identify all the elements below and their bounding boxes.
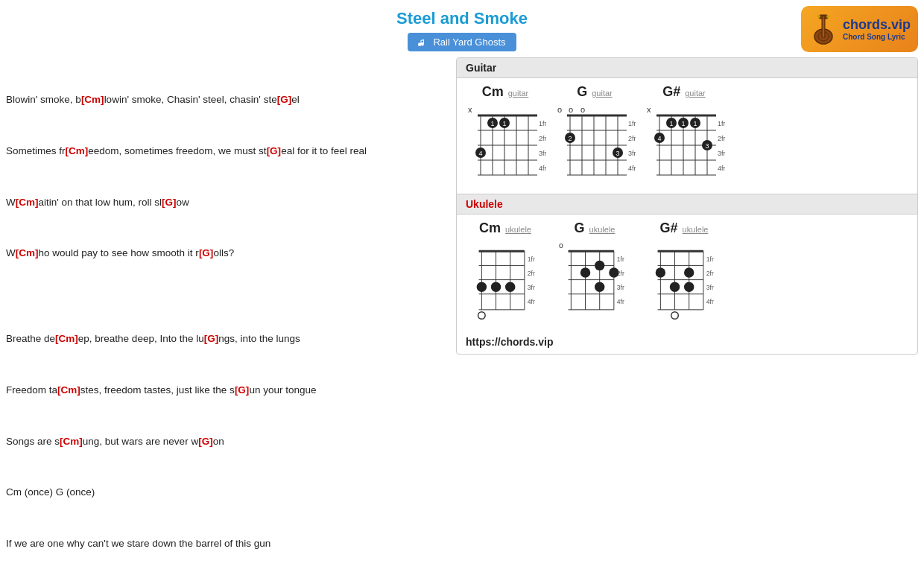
svg-text:o: o	[559, 241, 563, 250]
svg-text:4fr: 4fr	[528, 298, 535, 305]
chord-type-cm-u[interactable]: ukulele	[505, 225, 531, 234]
chord-g-7[interactable]: [G]	[198, 436, 213, 447]
line-8: Cm (once) G (once)	[6, 486, 95, 498]
svg-point-125	[670, 282, 680, 291]
chord-g-2[interactable]: [G]	[267, 145, 282, 156]
svg-text:2fr: 2fr	[528, 270, 535, 277]
chord-box-g-guitar: G guitar o o o	[554, 84, 636, 188]
chord-box-gsharp-ukulele: G# ukulele 1fr 2fr	[643, 220, 725, 324]
svg-text:2fr: 2fr	[539, 135, 546, 142]
line-5: Breathe de[Cm]ep, breathe deep, Into the…	[6, 333, 300, 344]
svg-text:3fr: 3fr	[539, 150, 546, 157]
chord-cm-4[interactable]: [Cm]	[16, 247, 39, 258]
artist-label: Rail Yard Ghosts	[433, 36, 505, 48]
svg-text:1fr: 1fr	[528, 255, 535, 263]
chord-cm-2[interactable]: [Cm]	[66, 145, 89, 156]
chord-name-g-u: G	[575, 220, 585, 236]
svg-text:3fr: 3fr	[706, 284, 714, 291]
chord-name-cm-g: Cm	[482, 84, 504, 100]
svg-text:1: 1	[693, 120, 697, 127]
svg-text:1fr: 1fr	[706, 255, 714, 263]
chord-panel: Guitar Cm guitar x	[456, 57, 918, 355]
chord-name-gsharp-g: G#	[662, 84, 680, 100]
svg-text:x: x	[468, 105, 472, 114]
svg-point-89	[491, 282, 501, 291]
svg-text:2fr: 2fr	[718, 135, 725, 142]
svg-text:2fr: 2fr	[628, 135, 636, 142]
svg-point-109	[595, 282, 604, 291]
svg-text:o: o	[569, 105, 573, 114]
chord-g-1[interactable]: [G]	[277, 94, 292, 105]
svg-text:1fr: 1fr	[539, 120, 546, 127]
guitar-chords-row: Cm guitar x	[457, 78, 917, 194]
chord-g-6[interactable]: [G]	[235, 384, 250, 396]
svg-text:1fr: 1fr	[617, 255, 624, 263]
svg-point-91	[478, 312, 486, 320]
line-9: If we are one why can't we stare down th…	[6, 538, 270, 549]
chord-cm-5[interactable]: [Cm]	[55, 333, 78, 344]
ukulele-section-header: Ukulele	[457, 194, 917, 215]
svg-text:4: 4	[657, 135, 661, 142]
guitar-logo-icon	[808, 10, 838, 48]
music-icon	[418, 37, 428, 48]
svg-text:3fr: 3fr	[628, 150, 636, 157]
logo-area: chords.vip Chord Song Lyric	[801, 6, 918, 52]
svg-point-123	[656, 267, 665, 277]
svg-text:x: x	[647, 105, 651, 114]
chord-type-g-g[interactable]: guitar	[592, 89, 613, 98]
svg-text:1: 1	[502, 120, 506, 127]
chord-g-3[interactable]: [G]	[162, 197, 177, 208]
chord-type-gsharp-u[interactable]: ukulele	[683, 225, 709, 234]
chord-panel-column: Guitar Cm guitar x	[456, 57, 918, 578]
svg-text:1: 1	[669, 120, 673, 127]
svg-point-88	[477, 282, 487, 291]
chord-cm-7[interactable]: [Cm]	[60, 436, 83, 447]
svg-point-126	[684, 282, 694, 291]
logo-tagline: Chord Song Lyric	[843, 33, 905, 41]
lyrics-column: Blowin' smoke, b[Cm]lowin' smoke, Chasin…	[6, 57, 456, 578]
svg-text:o: o	[580, 105, 585, 114]
chord-type-g-u[interactable]: ukulele	[589, 225, 616, 234]
artist-button[interactable]: Rail Yard Ghosts	[408, 33, 516, 51]
line-4: W[Cm]ho would pay to see how smooth it r…	[6, 247, 234, 258]
svg-text:3: 3	[616, 150, 619, 157]
song-title: Steel and Smoke	[0, 9, 924, 28]
chord-type-gsharp-g[interactable]: guitar	[685, 89, 706, 98]
svg-point-5	[817, 15, 820, 18]
chord-name-cm-u: Cm	[479, 220, 501, 236]
chord-cm-6[interactable]: [Cm]	[57, 384, 80, 396]
chord-name-g-g: G	[577, 84, 587, 100]
lyrics-block: Blowin' smoke, b[Cm]lowin' smoke, Chasin…	[6, 57, 449, 578]
g-ukulele-diagram: o 1fr 2fr 3fr 4fr	[554, 238, 636, 324]
chord-g-5[interactable]: [G]	[204, 333, 219, 344]
svg-point-127	[671, 312, 679, 320]
line-6: Freedom ta[Cm]stes, freedom tastes, just…	[6, 384, 316, 396]
guitar-section-header: Guitar	[457, 58, 917, 78]
line-3: W[Cm]aitin' on that low hum, roll sl[G]o…	[6, 197, 189, 208]
svg-text:1: 1	[681, 120, 685, 127]
main-layout: Blowin' smoke, b[Cm]lowin' smoke, Chasin…	[0, 57, 924, 578]
svg-text:3fr: 3fr	[528, 284, 535, 291]
svg-text:4fr: 4fr	[539, 165, 546, 172]
svg-point-106	[580, 267, 590, 277]
line-2: Sometimes fr[Cm]eedom, sometimes freedom…	[6, 145, 367, 156]
chord-name-gsharp-u: G#	[660, 220, 678, 236]
chord-g-4[interactable]: [G]	[199, 247, 214, 258]
svg-text:1: 1	[490, 120, 494, 127]
svg-text:1fr: 1fr	[628, 120, 636, 127]
page-header: Steel and Smoke Rail Yard Ghosts	[0, 0, 924, 57]
chord-box-g-ukulele: G ukulele o 1fr	[554, 220, 636, 324]
chord-cm-1[interactable]: [Cm]	[81, 94, 104, 105]
gsharp-guitar-diagram: x 1fr 2fr 3fr 4fr	[643, 102, 725, 188]
svg-point-108	[609, 267, 618, 277]
chord-box-cm-guitar: Cm guitar x	[464, 84, 546, 188]
chord-type-cm-g[interactable]: guitar	[508, 89, 529, 98]
svg-text:3fr: 3fr	[617, 284, 624, 291]
svg-text:3: 3	[705, 142, 709, 150]
chord-panel-url: https://chords.vip	[457, 330, 917, 354]
svg-text:4: 4	[478, 150, 482, 157]
g-guitar-diagram: o o o 1fr 2fr	[554, 102, 636, 188]
svg-text:4fr: 4fr	[718, 165, 725, 172]
svg-point-6	[826, 15, 829, 18]
chord-cm-3[interactable]: [Cm]	[16, 197, 39, 208]
